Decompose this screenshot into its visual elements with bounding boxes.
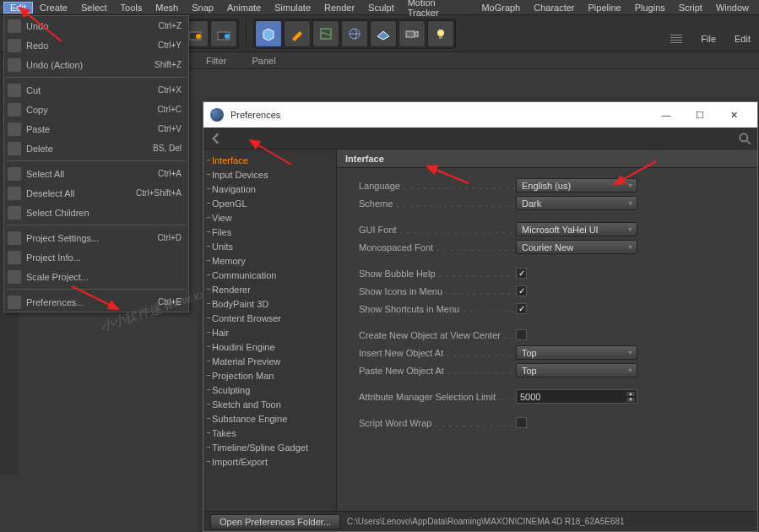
insertat-dropdown[interactable]: Top bbox=[516, 345, 637, 360]
filter-menu[interactable]: Filter bbox=[206, 56, 226, 66]
menu-item-copy[interactable]: CopyCtrl+C bbox=[4, 100, 188, 119]
menu-edit[interactable]: Edit bbox=[3, 2, 33, 14]
back-icon[interactable] bbox=[209, 131, 224, 146]
menu-item-undo[interactable]: UndoCtrl+Z bbox=[4, 16, 188, 35]
menu-snap[interactable]: Snap bbox=[185, 3, 220, 13]
scheme-dropdown[interactable]: Dark bbox=[516, 196, 637, 210]
menu-motiontracker[interactable]: Motion Tracker bbox=[401, 0, 475, 18]
bubble-checkbox[interactable] bbox=[516, 268, 527, 279]
guifont-dropdown[interactable]: Microsoft YaHei UI bbox=[516, 222, 637, 236]
pasteat-dropdown[interactable]: Top bbox=[516, 363, 637, 377]
shortcuts-checkbox[interactable] bbox=[516, 303, 527, 314]
tree-item-renderer[interactable]: Renderer bbox=[203, 282, 336, 296]
file-menu[interactable]: File bbox=[701, 34, 716, 44]
language-dropdown[interactable]: English (us) bbox=[516, 178, 637, 193]
menu-simulate[interactable]: Simulate bbox=[268, 3, 317, 13]
tree-item-view[interactable]: View bbox=[203, 210, 336, 225]
tree-item-navigation[interactable]: Navigation bbox=[203, 182, 336, 196]
env-icon[interactable] bbox=[341, 20, 368, 47]
menu-item-projectinfo[interactable]: Project Info... bbox=[4, 247, 188, 267]
tree-item-projectionman[interactable]: Projection Man bbox=[203, 368, 336, 383]
menu-item-selectchildren[interactable]: Select Children bbox=[4, 203, 188, 222]
attrlimit-input[interactable]: 5000▲▼ bbox=[516, 389, 637, 404]
shortcuts-label: Show Shortcuts in Menu bbox=[359, 304, 516, 314]
menu-character[interactable]: Character bbox=[527, 3, 581, 13]
menu-item-cut[interactable]: CutCtrl+X bbox=[4, 80, 188, 100]
menu-item-icon bbox=[8, 231, 21, 245]
tree-item-units[interactable]: Units bbox=[203, 239, 336, 253]
hamburger-icon[interactable] bbox=[670, 35, 682, 43]
tree-item-inputdevices[interactable]: Input Devices bbox=[203, 167, 336, 182]
menu-item-selectall[interactable]: Select AllCtrl+A bbox=[4, 164, 188, 183]
edit-menu-right[interactable]: Edit bbox=[735, 34, 751, 44]
menu-plugins[interactable]: Plugins bbox=[628, 3, 672, 13]
tree-item-contentbrowser[interactable]: Content Browser bbox=[203, 311, 336, 325]
menu-item-delete[interactable]: DeleteBS, Del bbox=[4, 138, 188, 158]
tree-item-houdiniengine[interactable]: Houdini Engine bbox=[203, 339, 336, 354]
menu-tools[interactable]: Tools bbox=[114, 3, 149, 13]
scheme-label: Scheme bbox=[359, 198, 516, 209]
icons-checkbox[interactable] bbox=[516, 285, 527, 296]
box-icon[interactable] bbox=[255, 20, 282, 47]
tree-item-sketchandtoon[interactable]: Sketch and Toon bbox=[203, 397, 336, 411]
tree-item-substanceengine[interactable]: Substance Engine bbox=[203, 411, 336, 426]
deform-icon[interactable] bbox=[312, 20, 339, 47]
right-panel-menu: File Edit bbox=[662, 30, 759, 47]
tree-item-hair[interactable]: Hair bbox=[203, 325, 336, 339]
menu-item-icon bbox=[8, 58, 21, 72]
menu-sculpt[interactable]: Sculpt bbox=[361, 3, 401, 13]
menu-item-deselectall[interactable]: Deselect AllCtrl+Shift+A bbox=[4, 183, 188, 203]
menu-item-icon bbox=[8, 84, 21, 97]
tree-item-files[interactable]: Files bbox=[203, 225, 336, 239]
pen-icon[interactable] bbox=[284, 20, 311, 47]
monofont-dropdown[interactable]: Courier New bbox=[516, 240, 637, 254]
tree-item-bodypaintd[interactable]: BodyPaint 3D bbox=[203, 296, 336, 311]
maximize-button[interactable]: ☐ bbox=[683, 103, 717, 127]
menu-mesh[interactable]: Mesh bbox=[149, 3, 185, 13]
tree-item-communication[interactable]: Communication bbox=[203, 268, 336, 282]
menu-item-preferences[interactable]: Preferences...Ctrl+E bbox=[4, 292, 188, 312]
clapper3-icon[interactable] bbox=[210, 20, 237, 47]
tree-item-memory[interactable]: Memory bbox=[203, 253, 336, 268]
menu-create[interactable]: Create bbox=[33, 3, 74, 13]
tree-item-sculpting[interactable]: Sculpting bbox=[203, 383, 336, 397]
svg-rect-8 bbox=[406, 31, 415, 37]
createcenter-checkbox[interactable] bbox=[516, 329, 527, 340]
attrlimit-label: Attribute Manager Selection Limit bbox=[359, 392, 516, 402]
menu-item-icon bbox=[8, 296, 21, 309]
menu-item-paste[interactable]: PasteCtrl+V bbox=[4, 119, 188, 138]
open-pref-folder-button[interactable]: Open Preferences Folder... bbox=[210, 514, 340, 529]
close-button[interactable]: ✕ bbox=[717, 103, 751, 127]
menu-render[interactable]: Render bbox=[317, 3, 361, 13]
tree-item-importexport[interactable]: Import/Export bbox=[203, 454, 336, 469]
menu-animate[interactable]: Animate bbox=[220, 3, 268, 13]
camera-icon[interactable] bbox=[398, 20, 426, 47]
menu-item-icon bbox=[8, 251, 21, 264]
preferences-main: Interface LanguageEnglish (us) SchemeDar… bbox=[337, 149, 757, 511]
menu-item-redo[interactable]: RedoCtrl+Y bbox=[4, 35, 188, 55]
search-icon[interactable] bbox=[737, 131, 752, 146]
menu-item-icon bbox=[8, 19, 21, 33]
app-icon bbox=[210, 108, 224, 122]
menu-window[interactable]: Window bbox=[709, 3, 756, 13]
menu-mograph[interactable]: MoGraph bbox=[474, 3, 527, 13]
menu-pipeline[interactable]: Pipeline bbox=[582, 3, 628, 13]
menu-script[interactable]: Script bbox=[672, 3, 709, 13]
wordwrap-checkbox[interactable] bbox=[516, 417, 527, 428]
tree-item-timelinesplinegadget[interactable]: Timeline/Spline Gadget bbox=[203, 440, 336, 454]
guifont-label: GUI Font bbox=[359, 225, 516, 235]
menu-select[interactable]: Select bbox=[74, 3, 114, 13]
tree-item-interface[interactable]: Interface bbox=[203, 153, 336, 167]
tree-item-opengl[interactable]: OpenGL bbox=[203, 196, 336, 210]
tree-item-takes[interactable]: Takes bbox=[203, 426, 336, 440]
panel-menu[interactable]: Panel bbox=[252, 56, 275, 66]
minimize-button[interactable]: — bbox=[649, 103, 683, 127]
menu-item-scaleproject[interactable]: Scale Project... bbox=[4, 267, 188, 286]
preferences-titlebar[interactable]: Preferences — ☐ ✕ bbox=[203, 102, 757, 128]
menu-item-undoaction[interactable]: Undo (Action)Shift+Z bbox=[4, 55, 188, 74]
floor-icon[interactable] bbox=[370, 20, 397, 47]
tree-item-materialpreview[interactable]: Material Preview bbox=[203, 354, 336, 368]
menu-item-projectsettings[interactable]: Project Settings...Ctrl+D bbox=[4, 228, 188, 247]
light-icon[interactable] bbox=[427, 20, 454, 47]
pref-section-header: Interface bbox=[337, 149, 757, 168]
